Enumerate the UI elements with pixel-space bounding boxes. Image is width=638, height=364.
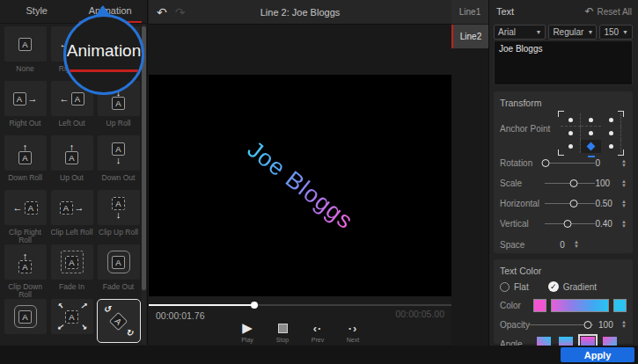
- next-icon: ·›: [348, 322, 358, 335]
- rotation-stepper[interactable]: ▲▼: [621, 159, 627, 168]
- slider-knob[interactable]: [584, 321, 592, 329]
- anchor-point-label: Anchor Point: [500, 113, 550, 134]
- bracket-icon: [618, 149, 624, 156]
- anchor-top-center[interactable]: [581, 113, 601, 127]
- space-row: Space 0 ▲▼: [500, 236, 627, 253]
- tab-style[interactable]: Style: [0, 0, 74, 24]
- preset-clip-left-roll[interactable]: A Clip Left Roll: [48, 190, 95, 244]
- chevron-down-icon: ▼: [532, 29, 541, 35]
- anchor-point-grid[interactable]: [561, 113, 621, 153]
- preset-up-out[interactable]: A Up Out: [48, 135, 95, 190]
- preset-down-out[interactable]: A Down Out: [95, 135, 142, 190]
- space-stepper[interactable]: ▲▼: [574, 240, 579, 249]
- prev-button[interactable]: ‹· Prev: [307, 321, 328, 343]
- right-out-icon: A: [4, 81, 47, 116]
- lines-list: Line1 Line2: [451, 0, 489, 346]
- color-mode-row: Flat ✓ Gradient: [500, 281, 627, 292]
- slider-knob[interactable]: [570, 179, 578, 187]
- anchor-mid-left[interactable]: [561, 127, 581, 140]
- preset-fade-in[interactable]: A Fade In: [48, 244, 95, 299]
- horizontal-value: 0.50: [595, 199, 620, 208]
- chevron-down-icon: ▼: [583, 29, 593, 35]
- horizontal-row: Horizontal 0.50 ▲▼: [500, 193, 627, 214]
- magnifier-label: Animation: [66, 41, 142, 61]
- vertical-stepper[interactable]: ▲▼: [621, 220, 627, 229]
- transform-title: Transform: [500, 98, 627, 108]
- preview-title: Line 2: Joe Bloggs: [149, 7, 451, 18]
- timeline-playhead[interactable]: [251, 302, 258, 309]
- apply-button[interactable]: Apply: [561, 347, 634, 362]
- down-roll-icon: A: [4, 135, 47, 171]
- flat-radio[interactable]: Flat: [500, 282, 529, 292]
- rotation-slider[interactable]: [545, 163, 595, 164]
- anchor-mid-center[interactable]: [581, 127, 601, 140]
- text-content-input[interactable]: [494, 40, 633, 85]
- slider-knob[interactable]: [542, 159, 550, 167]
- text-color-section: Text Color Flat ✓ Gradient Color Opacity: [494, 259, 633, 344]
- radio-unchecked-icon: [500, 282, 510, 292]
- timeline-track[interactable]: [149, 304, 451, 306]
- radio-checked-icon: ✓: [548, 281, 559, 292]
- down-out-icon: A: [98, 135, 140, 171]
- anchor-mid-right[interactable]: [601, 127, 621, 140]
- panel-title: Text: [496, 6, 514, 17]
- timeline: 00:00:01.76 00:00:05.00 ▶ Play Stop ‹· P…: [149, 296, 451, 346]
- vertical-value: 0.40: [595, 219, 620, 229]
- text-color-title: Text Color: [500, 266, 627, 276]
- vertical-slider[interactable]: [545, 223, 595, 224]
- scale-value: 100: [595, 178, 620, 188]
- rotation-value: 0: [595, 158, 620, 168]
- gradient-preview-bar[interactable]: [551, 299, 609, 312]
- bracket-icon: [558, 149, 564, 156]
- time-current: 00:00:01.76: [156, 310, 204, 321]
- preset-clip-right-roll[interactable]: A Clip Right Roll: [2, 190, 48, 244]
- line-item-1[interactable]: Line1: [451, 0, 488, 24]
- rotate-icon: A: [97, 299, 141, 343]
- horizontal-slider[interactable]: [545, 203, 595, 204]
- gradient-radio[interactable]: ✓ Gradient: [548, 281, 597, 292]
- preview-area: ↶ ↷ Line 2: Joe Bloggs Joe Bloggs 00:00:…: [149, 0, 451, 346]
- slider-knob[interactable]: [563, 220, 571, 228]
- preview-header: ↶ ↷ Line 2: Joe Bloggs: [149, 0, 451, 25]
- canvas-text[interactable]: Joe Bloggs: [242, 136, 358, 236]
- reset-all-button[interactable]: ↶ Reset All: [584, 5, 632, 18]
- up-out-icon: A: [51, 135, 93, 171]
- zoom-expand-icon: A: [51, 299, 93, 334]
- chevron-down-icon: ▼: [619, 29, 628, 35]
- space-value: 0: [553, 240, 572, 250]
- preset-fade-out[interactable]: A Fade Out: [95, 244, 142, 299]
- transform-section: Transform Anchor Point: [494, 91, 633, 253]
- preset-clip-up-roll[interactable]: A Clip Up Roll: [95, 190, 142, 244]
- preset-none[interactable]: A None: [2, 26, 48, 81]
- opacity-stepper[interactable]: ▲▼: [621, 320, 627, 329]
- video-canvas[interactable]: Joe Bloggs: [149, 75, 451, 296]
- slider-knob[interactable]: [569, 200, 577, 207]
- preset-down-roll[interactable]: A Down Roll: [2, 135, 48, 190]
- anchor-selected-tick: [588, 156, 595, 157]
- gradient-end-swatch[interactable]: [613, 299, 627, 312]
- fade-in-icon: A: [51, 244, 93, 280]
- preset-right-out[interactable]: A Right Out: [2, 81, 48, 135]
- opacity-slider[interactable]: [529, 324, 593, 325]
- stop-button[interactable]: Stop: [272, 321, 293, 343]
- line-item-2[interactable]: Line2: [451, 25, 488, 48]
- scale-slider[interactable]: [545, 183, 595, 184]
- font-family-select[interactable]: Arial ▼: [494, 25, 546, 40]
- gradient-start-swatch[interactable]: [533, 299, 546, 312]
- reset-icon: ↶: [584, 5, 593, 18]
- clip-down-roll-icon: A: [4, 244, 47, 280]
- next-button[interactable]: ·› Next: [342, 321, 363, 343]
- opacity-value: 100: [598, 320, 620, 330]
- scale-stepper[interactable]: ▲▼: [621, 179, 627, 188]
- preset-clip-down-roll[interactable]: A Clip Down Roll: [2, 244, 48, 299]
- font-size-select[interactable]: 150 ▼: [599, 25, 633, 40]
- play-button[interactable]: ▶ Play: [237, 321, 258, 343]
- horizontal-stepper[interactable]: ▲▼: [621, 200, 627, 208]
- anchor-bottom-center-selected[interactable]: [581, 140, 601, 153]
- stop-icon: [278, 324, 288, 333]
- row6-1-icon: A: [4, 299, 47, 334]
- left-panel-scrollbar[interactable]: [142, 25, 146, 345]
- bracket-icon: [618, 111, 624, 117]
- rotation-row: Rotation 0 ▲▼: [500, 153, 627, 173]
- font-style-select[interactable]: Regular ▼: [548, 25, 597, 40]
